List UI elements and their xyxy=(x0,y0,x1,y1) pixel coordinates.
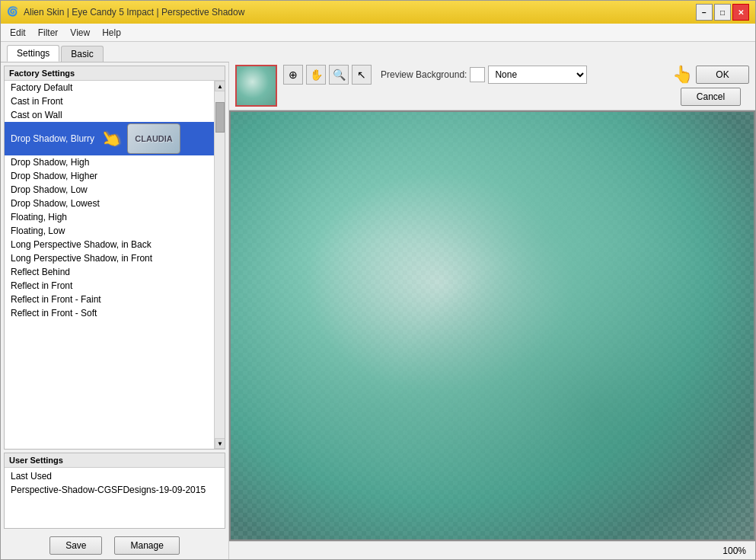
list-item[interactable]: Drop Shadow, Low xyxy=(5,183,225,197)
list-item[interactable]: Reflect Behind xyxy=(5,265,225,279)
list-item[interactable]: Cast on Wall xyxy=(5,108,225,122)
window-controls: − □ ✕ xyxy=(696,4,749,21)
factory-preset-list: Factory Default Cast in Front Cast on Wa… xyxy=(5,81,225,320)
list-item[interactable]: Reflect in Front - Faint xyxy=(5,293,225,306)
status-bar: 100% xyxy=(229,541,755,559)
claudia-logo-badge: CLAUDIA xyxy=(127,123,180,154)
ok-row: 👆 OK xyxy=(672,65,749,85)
preview-border xyxy=(229,110,755,541)
cancel-button[interactable]: Cancel xyxy=(681,88,741,106)
list-item[interactable]: Reflect in Front - Soft xyxy=(5,306,225,320)
ok-hand-icon: 👆 xyxy=(672,65,693,85)
list-item[interactable]: Floating, High xyxy=(5,210,225,224)
minimize-button[interactable]: − xyxy=(696,4,713,21)
window-title: Alien Skin | Eye Candy 5 Impact | Perspe… xyxy=(24,7,244,18)
list-item[interactable]: Long Perspective Shadow, in Back xyxy=(5,238,225,251)
preset-list-wrapper: Factory Default Cast in Front Cast on Wa… xyxy=(5,81,225,449)
list-item[interactable]: Drop Shadow, Higher xyxy=(5,169,225,183)
menu-bar: Edit Filter View Help xyxy=(1,24,755,42)
preset-list-scrollbar[interactable]: ▲ ▼ xyxy=(214,81,225,449)
app-icon: 🌀 xyxy=(7,6,19,18)
list-item[interactable]: Floating, Low xyxy=(5,224,225,238)
tool-buttons-row: ⊕ ✋ 🔍 ↖ Preview Background: None White B… xyxy=(283,65,666,85)
preview-bg-label: Preview Background: xyxy=(381,69,467,80)
zoom-tool-button[interactable]: 🔍 xyxy=(329,65,349,85)
list-item[interactable]: Drop Shadow, High xyxy=(5,155,225,169)
hand-pointer-icon: 👆 xyxy=(97,125,124,152)
left-panel: Factory Settings Factory Default Cast in… xyxy=(1,62,229,559)
save-button[interactable]: Save xyxy=(49,536,102,555)
list-item-selected[interactable]: Drop Shadow, Blurry 👆 CLAUDIA xyxy=(5,122,225,155)
preview-bg-select[interactable]: None White Black Custom... xyxy=(488,66,587,84)
maximize-button[interactable]: □ xyxy=(714,4,731,21)
scrollbar-down-button[interactable]: ▼ xyxy=(215,438,225,449)
menu-help[interactable]: Help xyxy=(96,26,127,40)
preset-list-content: Factory Default Cast in Front Cast on Wa… xyxy=(5,81,225,449)
user-settings-list: Last Used Perspective-Shadow-CGSFDesigns… xyxy=(5,468,225,498)
top-preview-bar: ⊕ ✋ 🔍 ↖ Preview Background: None White B… xyxy=(229,62,755,110)
menu-view[interactable]: View xyxy=(64,26,96,40)
application-window: 🌀 Alien Skin | Eye Candy 5 Impact | Pers… xyxy=(0,0,756,560)
selected-row-content: Drop Shadow, Blurry 👆 CLAUDIA xyxy=(11,123,219,154)
ok-button[interactable]: OK xyxy=(696,66,749,84)
bottom-buttons: Save Manage xyxy=(1,532,228,559)
zoom-in-tool-button[interactable]: ⊕ xyxy=(283,65,303,85)
preview-area: 100% xyxy=(229,110,755,559)
factory-settings-group: Factory Settings Factory Default Cast in… xyxy=(4,66,225,450)
user-settings-header: User Settings xyxy=(5,453,225,468)
preview-tools-area: ⊕ ✋ 🔍 ↖ Preview Background: None White B… xyxy=(283,65,666,85)
scrollbar-thumb[interactable] xyxy=(215,102,225,133)
selected-item-label: Drop Shadow, Blurry xyxy=(11,133,94,144)
pan-tool-button[interactable]: ✋ xyxy=(306,65,326,85)
menu-filter[interactable]: Filter xyxy=(32,26,65,40)
manage-button[interactable]: Manage xyxy=(114,536,179,555)
select-tool-button[interactable]: ↖ xyxy=(352,65,372,85)
user-setting-perspective[interactable]: Perspective-Shadow-CGSFDesigns-19-09-201… xyxy=(5,483,225,497)
tabs-row: Settings Basic xyxy=(1,42,755,62)
list-item[interactable]: Reflect in Front xyxy=(5,279,225,293)
right-panel: ⊕ ✋ 🔍 ↖ Preview Background: None White B… xyxy=(229,62,755,559)
close-button[interactable]: ✕ xyxy=(732,4,749,21)
list-item[interactable]: Drop Shadow, Lowest xyxy=(5,197,225,210)
main-area: Settings Basic Factory Settings Factory … xyxy=(1,42,755,559)
list-item[interactable]: Factory Default xyxy=(5,81,225,94)
zoom-level-display: 100% xyxy=(723,546,746,556)
user-settings-group: User Settings Last Used Perspective-Shad… xyxy=(4,453,225,529)
menu-edit[interactable]: Edit xyxy=(4,26,32,40)
title-bar-left: 🌀 Alien Skin | Eye Candy 5 Impact | Pers… xyxy=(7,6,244,18)
content-area: Factory Settings Factory Default Cast in… xyxy=(1,62,755,559)
preview-thumbnail xyxy=(235,65,277,107)
list-item[interactable]: Long Perspective Shadow, in Front xyxy=(5,251,225,265)
user-setting-last-used[interactable]: Last Used xyxy=(5,469,225,483)
factory-settings-header: Factory Settings xyxy=(5,66,225,81)
ok-cancel-area: 👆 OK Cancel xyxy=(672,65,749,106)
tab-settings[interactable]: Settings xyxy=(7,45,59,62)
bg-color-swatch[interactable] xyxy=(470,67,485,82)
scrollbar-up-button[interactable]: ▲ xyxy=(215,81,225,91)
tab-basic[interactable]: Basic xyxy=(61,46,103,62)
list-item[interactable]: Cast in Front xyxy=(5,94,225,108)
title-bar: 🌀 Alien Skin | Eye Candy 5 Impact | Pers… xyxy=(1,1,755,24)
